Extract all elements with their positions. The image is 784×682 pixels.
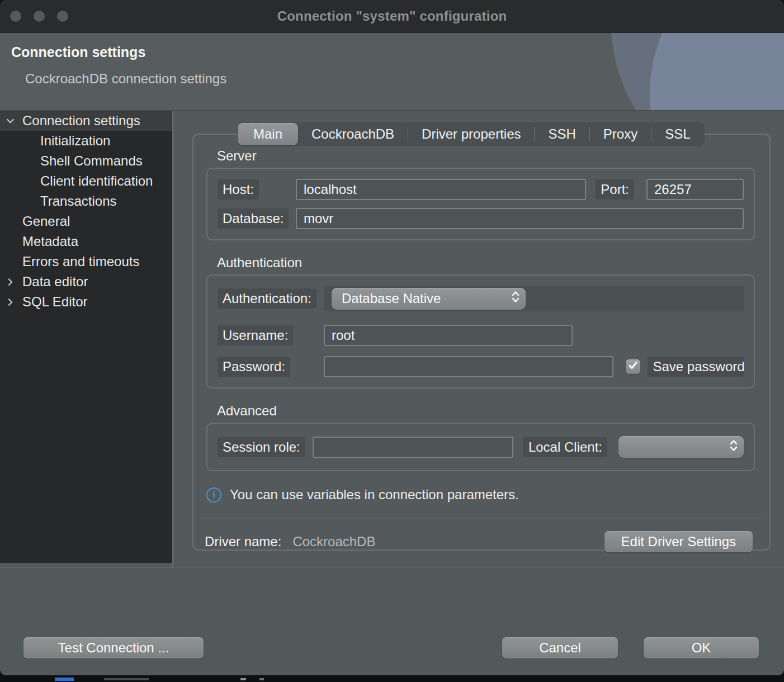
info-message: i You can use variables in connection pa…: [206, 487, 755, 503]
sidebar-item-errors-and-timeouts[interactable]: Errors and timeouts: [0, 252, 172, 272]
info-circle-icon: i: [206, 487, 221, 503]
info-text: You can use variables in connection para…: [230, 487, 519, 503]
sidebar-item-label: SQL Editor: [22, 294, 88, 310]
connection-config-dialog: Connection "system" configuration Connec…: [0, 0, 784, 675]
close-window-icon[interactable]: [10, 11, 21, 22]
sidebar-item-sql-editor[interactable]: SQL Editor: [0, 292, 172, 312]
chevron-up-down-icon: [729, 439, 738, 456]
sidebar-item-connection-settings[interactable]: Connection settings: [0, 111, 172, 131]
save-password-label: Save password: [648, 357, 744, 377]
sidebar-item-initialization[interactable]: Initialization: [0, 131, 172, 151]
tab-ssl[interactable]: SSL: [651, 123, 703, 145]
tab-main[interactable]: Main: [238, 123, 298, 145]
sidebar-item-metadata[interactable]: Metadata: [0, 231, 172, 252]
minimize-window-icon[interactable]: [34, 11, 45, 22]
session-role-label: Session role:: [218, 437, 305, 457]
main-content: MainCockroachDBDriver propertiesSSHProxy…: [172, 111, 784, 567]
panel-divider: [200, 518, 763, 518]
server-group-legend: Server: [217, 148, 755, 164]
background-fragment: [259, 678, 264, 680]
tab-cockroachdb[interactable]: CockroachDB: [298, 123, 408, 145]
edit-driver-settings-button[interactable]: Edit Driver Settings: [604, 531, 753, 552]
database-input[interactable]: [296, 208, 744, 229]
driver-name-value: CockroachDB: [292, 534, 375, 550]
settings-tree: Connection settingsInitializationShell C…: [0, 111, 172, 563]
database-label: Database:: [218, 209, 289, 229]
sidebar-item-shell-commands[interactable]: Shell Commands: [0, 151, 172, 171]
sidebar-item-label: General: [22, 214, 70, 229]
driver-name-label: Driver name:: [205, 534, 281, 550]
chevron-up-down-icon: [511, 290, 520, 307]
password-label: Password:: [218, 357, 290, 377]
dialog-header: Connection settings CockroachDB connecti…: [0, 33, 784, 111]
tab-driver-properties[interactable]: Driver properties: [408, 123, 534, 145]
test-connection-button[interactable]: Test Connection ...: [23, 637, 204, 659]
dialog-footer: Test Connection ... Cancel OK: [0, 567, 784, 675]
username-input[interactable]: [324, 325, 573, 346]
sidebar-item-label: Connection settings: [22, 113, 140, 129]
sidebar-item-label: Client identification: [40, 173, 153, 189]
cancel-button[interactable]: Cancel: [502, 637, 618, 659]
password-input[interactable]: [324, 356, 613, 377]
traffic-lights: [10, 11, 68, 22]
authentication-row-strip: Database Native: [324, 286, 744, 311]
page-title: Connection settings: [11, 44, 145, 60]
main-tab-panel: Server Host: Port: Database: Authenticat…: [192, 134, 771, 551]
driver-row: Driver name: CockroachDB Edit Driver Set…: [205, 531, 755, 553]
background-fragment: [55, 678, 74, 681]
local-client-label: Local Client:: [523, 437, 607, 457]
window-title: Connection "system" configuration: [277, 8, 507, 24]
sidebar-item-label: Transactions: [40, 193, 117, 209]
sidebar-item-label: Initialization: [40, 133, 110, 149]
server-group: Host: Port: Database:: [206, 168, 755, 240]
advanced-group-legend: Advanced: [217, 403, 755, 419]
background-fragment: [104, 678, 149, 680]
tab-bar: MainCockroachDBDriver propertiesSSHProxy…: [238, 123, 704, 145]
username-label: Username:: [218, 325, 293, 345]
chevron-right-icon[interactable]: [0, 297, 22, 307]
page-subtitle: CockroachDB connection settings: [25, 71, 226, 87]
sidebar-item-client-identification[interactable]: Client identification: [0, 171, 172, 191]
host-label: Host:: [218, 179, 259, 200]
title-bar: Connection "system" configuration: [0, 0, 784, 33]
sidebar-item-label: Errors and timeouts: [22, 254, 139, 269]
host-input[interactable]: [296, 179, 586, 200]
authentication-selected-value: Database Native: [342, 291, 511, 306]
header-decoration-arc: [611, 33, 784, 111]
sidebar-item-label: Data editor: [22, 274, 88, 290]
authentication-label: Authentication:: [218, 288, 317, 309]
sidebar-item-data-editor[interactable]: Data editor: [0, 272, 172, 292]
advanced-group: Session role: Local Client:: [206, 423, 755, 471]
ok-button[interactable]: OK: [644, 637, 759, 659]
auth-group-legend: Authentication: [217, 255, 755, 271]
background-app-strip: [0, 675, 784, 682]
local-client-select[interactable]: [618, 436, 744, 458]
background-fragment: [240, 678, 246, 680]
sidebar-item-label: Shell Commands: [40, 153, 143, 169]
chevron-right-icon[interactable]: [0, 277, 22, 287]
chevron-down-icon[interactable]: [0, 116, 22, 126]
session-role-input[interactable]: [313, 437, 513, 458]
sidebar-item-transactions[interactable]: Transactions: [0, 191, 172, 211]
checkmark-icon: [628, 361, 638, 372]
tab-ssh[interactable]: SSH: [535, 123, 589, 145]
port-input[interactable]: [646, 179, 744, 200]
sidebar-item-label: Metadata: [22, 234, 78, 249]
save-password-checkbox[interactable]: [626, 359, 640, 374]
authentication-group: Authentication: Database Native Username…: [206, 274, 755, 389]
tab-proxy[interactable]: Proxy: [590, 123, 651, 145]
port-label: Port:: [596, 179, 634, 200]
sidebar-item-general[interactable]: General: [0, 211, 172, 231]
zoom-window-icon[interactable]: [57, 11, 68, 22]
authentication-select[interactable]: Database Native: [332, 288, 526, 310]
